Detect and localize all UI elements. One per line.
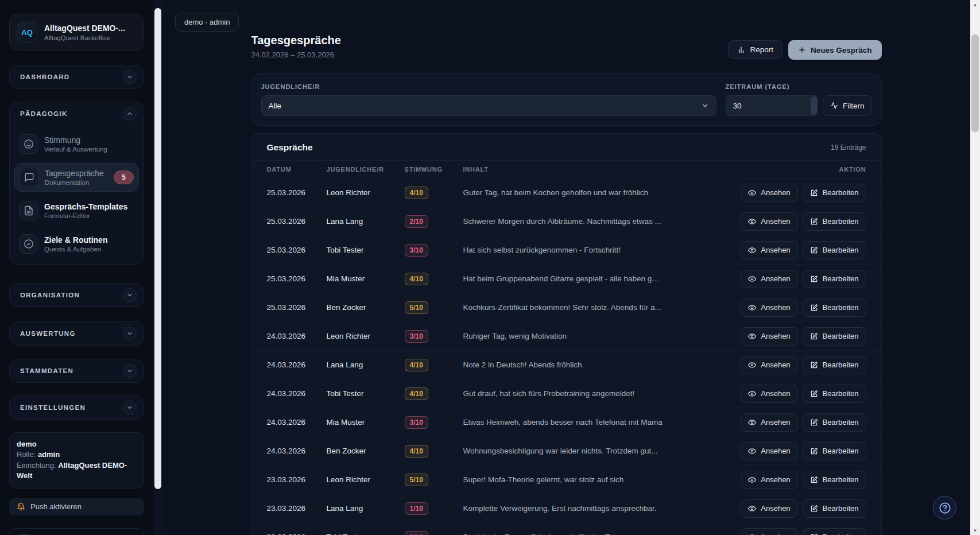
sidebar-item-ziele-routinen[interactable]: Ziele & Routinen Quests & Aufgaben [14, 230, 139, 258]
row-date: 25.03.2026 [267, 246, 327, 254]
column-jugendliche: JUGENDLICHE/R [327, 166, 405, 173]
section-label: AUSWERTUNG [20, 330, 76, 337]
chevron-down-icon[interactable] [123, 327, 137, 340]
edit-button[interactable]: Bearbeiten [803, 241, 866, 259]
chevron-up-icon[interactable] [123, 107, 137, 121]
new-conversation-button[interactable]: Neues Gespräch [788, 40, 882, 60]
sidebar-scrollbar[interactable] [153, 0, 162, 535]
row-date: 25.03.2026 [267, 188, 327, 197]
sidebar-item-tagesgespraeche[interactable]: Tagesgespräche Dokumentation 5 [14, 163, 139, 192]
brand-card[interactable]: AQ AlltagQuest DEMO-... AlltagQuest Back… [9, 14, 144, 51]
section-paedagogik: PÄDAGOGIK Stimmung Verlauf & Auswertung … [9, 102, 144, 265]
page-scrollbar-thumb[interactable] [971, 34, 979, 132]
edit-label: Bearbeiten [823, 475, 859, 484]
table-row: 25.03.2026 Mia Muster 4/10 Hat beim Grup… [252, 265, 881, 293]
sidebar-item-label: Ziele & Routinen [44, 235, 107, 245]
edit-button[interactable]: Bearbeiten [803, 298, 866, 317]
edit-button[interactable]: Bearbeiten [803, 327, 866, 346]
edit-button[interactable]: Bearbeiten [803, 413, 866, 432]
report-button[interactable]: Report [728, 40, 783, 59]
view-button[interactable]: Ansehen [741, 212, 797, 231]
view-label: Ansehen [761, 418, 790, 427]
mood-badge: 3/10 [405, 244, 428, 257]
edit-button[interactable]: Bearbeiten [803, 184, 866, 202]
row-content: Hat sich selbst zurückgenommen - Fortsch… [463, 246, 729, 254]
scroll-up-arrow[interactable]: ▲ [970, 0, 980, 9]
edit-icon [810, 332, 818, 340]
row-youth-name: Tobi Tester [327, 389, 405, 398]
edit-button[interactable]: Bearbeiten [803, 471, 866, 489]
edit-label: Bearbeiten [823, 360, 859, 369]
sidebar-scrollbar-thumb[interactable] [154, 8, 161, 489]
main-content: demo · admin Tagesgespräche 24.02.2026 –… [162, 0, 970, 535]
edit-button[interactable]: Bearbeiten [803, 270, 866, 288]
edit-icon [810, 361, 818, 369]
view-button[interactable]: Ansehen [741, 327, 797, 346]
view-button[interactable]: Ansehen [741, 270, 797, 288]
view-button[interactable]: Ansehen [741, 413, 797, 432]
section-einstellungen-header[interactable]: EINSTELLUNGEN [14, 396, 139, 419]
view-button[interactable]: Ansehen [741, 528, 797, 535]
section-label: PÄDAGOGIK [20, 110, 68, 117]
section-dashboard-header[interactable]: DASHBOARD [14, 65, 139, 88]
view-button[interactable]: Ansehen [741, 499, 797, 518]
view-button[interactable]: Ansehen [741, 385, 797, 403]
scroll-down-arrow[interactable]: ▼ [970, 526, 980, 535]
edit-button[interactable]: Bearbeiten [803, 528, 866, 535]
row-youth-name: Tobi Tester [327, 533, 405, 535]
section-organisation-header[interactable]: ORGANISATION [14, 284, 139, 307]
column-inhalt: INHALT [463, 166, 729, 173]
edit-icon [810, 505, 818, 513]
section-auswertung-header[interactable]: AUSWERTUNG [14, 322, 139, 345]
eye-icon [748, 476, 756, 484]
table-row: 25.03.2026 Tobi Tester 3/10 Hat sich sel… [252, 236, 881, 265]
sidebar-item-label: Tagesgespräche [45, 169, 104, 178]
row-date: 24.03.2026 [267, 332, 327, 340]
edit-button[interactable]: Bearbeiten [803, 385, 866, 403]
table-row: 23.03.2026 Tobi Tester 2/10 Streit in de… [252, 523, 881, 535]
brand-subtitle: AlltagQuest Backoffice [44, 34, 125, 41]
chevron-down-icon[interactable] [123, 288, 137, 302]
sidebar-item-label: Stimmung [44, 135, 107, 145]
sidebar-item-stimmung[interactable]: Stimmung Verlauf & Auswertung [14, 130, 139, 158]
row-content: Gut drauf, hat sich fürs Probetraining a… [463, 389, 729, 398]
row-date: 23.03.2026 [267, 533, 327, 535]
edit-button[interactable]: Bearbeiten [803, 356, 866, 374]
plus-icon [798, 46, 806, 54]
edit-button[interactable]: Bearbeiten [803, 499, 866, 518]
number-spinner[interactable] [811, 96, 817, 115]
row-content: Wohnungsbesichtigung war leider nichts. … [463, 447, 729, 455]
page-scrollbar[interactable]: ▲ ▼ [970, 0, 980, 535]
chevron-down-icon[interactable] [123, 401, 137, 414]
edit-label: Bearbeiten [823, 447, 859, 455]
view-button[interactable]: Ansehen [741, 298, 797, 317]
help-button[interactable] [933, 496, 956, 520]
section-stammdaten-header[interactable]: STAMMDATEN [14, 359, 139, 382]
conversations-panel: Gespräche 19 Einträge DATUM JUGENDLICHE/… [251, 133, 882, 535]
filter-button[interactable]: Filtern [823, 95, 872, 116]
edit-label: Bearbeiten [823, 504, 859, 513]
bar-chart-icon [737, 46, 745, 54]
logout-button[interactable]: Logout [9, 528, 144, 535]
period-input[interactable] [726, 95, 818, 116]
view-button[interactable]: Ansehen [741, 471, 797, 489]
view-button[interactable]: Ansehen [741, 241, 797, 259]
row-content: Kochkurs-Zertifikat bekommen! Sehr stolz… [463, 303, 729, 312]
edit-icon [810, 304, 818, 312]
push-activate-button[interactable]: Push aktivieren [9, 498, 144, 515]
chevron-down-icon[interactable] [123, 364, 137, 378]
sidebar-item-gespraechs-templates[interactable]: Gesprächs-Templates Formular-Editor [14, 196, 139, 225]
section-paedagogik-header[interactable]: PÄDAGOGIK [14, 102, 139, 125]
eye-icon [748, 246, 756, 254]
edit-button[interactable]: Bearbeiten [803, 212, 866, 231]
view-button[interactable]: Ansehen [741, 442, 797, 460]
mood-badge: 1/10 [405, 502, 428, 515]
edit-button[interactable]: Bearbeiten [803, 442, 866, 460]
chevron-down-icon[interactable] [123, 70, 137, 84]
mood-badge: 4/10 [405, 273, 428, 285]
table-row: 24.03.2026 Ben Zocker 4/10 Wohnungsbesic… [252, 437, 881, 466]
edit-icon [810, 447, 818, 455]
view-button[interactable]: Ansehen [741, 356, 797, 374]
view-button[interactable]: Ansehen [741, 184, 797, 202]
youth-select[interactable]: Alle [261, 95, 716, 116]
